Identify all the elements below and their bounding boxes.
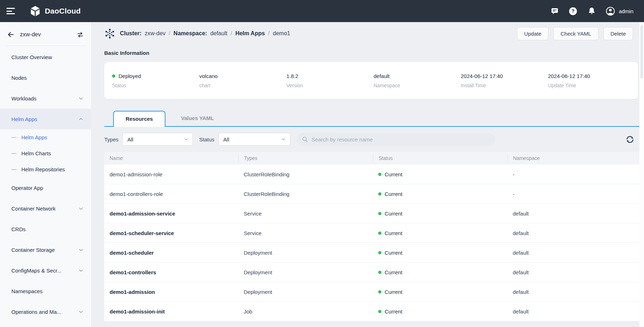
sidebar-item-container-network[interactable]: Container Network xyxy=(0,198,91,219)
sidebar-item-helm-charts[interactable]: Helm Charts xyxy=(0,145,91,161)
sidebar-item-label: Helm Apps xyxy=(21,134,47,140)
question-icon: ? xyxy=(569,7,577,16)
resource-name-link[interactable]: demo1-admission-service xyxy=(110,211,175,217)
chevron-down-icon xyxy=(78,268,84,274)
info-value: 2024-06-12 17:40 xyxy=(461,73,503,79)
info-value: 1.8.2 xyxy=(286,73,298,79)
back-button[interactable] xyxy=(7,31,15,38)
info-label: Namespace xyxy=(374,83,461,88)
help-button[interactable]: ? xyxy=(569,7,577,16)
sidebar-item-namespaces[interactable]: Namespaces xyxy=(0,281,91,301)
sidebar-item-configmaps-secr[interactable]: ConfigMaps & Secr... xyxy=(0,260,91,281)
sidebar-item-nodes[interactable]: Nodes xyxy=(0,67,91,88)
menu-toggle-button[interactable] xyxy=(6,7,16,15)
resource-type: Deployment xyxy=(238,289,373,295)
sidebar-item-helm-apps[interactable]: Helm Apps xyxy=(0,129,91,145)
sidebar-item-label: ConfigMaps & Secr... xyxy=(11,268,62,274)
search-box xyxy=(297,133,495,146)
table-body: demo1-admission-roleClusterRoleBindingCu… xyxy=(104,165,639,321)
sidebar-item-label: Cluster Overview xyxy=(11,54,52,60)
resource-type: ClusterRoleBinding xyxy=(238,191,373,197)
breadcrumb-default[interactable]: default xyxy=(210,30,227,37)
table-header: NameTypesStatusNamespace xyxy=(104,152,639,165)
resource-name-link[interactable]: demo1-scheduler xyxy=(110,250,154,256)
filter-row: Types All Status All xyxy=(104,127,639,152)
resource-name-link[interactable]: demo1-admission-init xyxy=(110,308,165,315)
status-dot-icon xyxy=(378,173,381,176)
status-dot-icon xyxy=(378,232,381,235)
column-header-types: Types xyxy=(238,154,373,162)
messages-button[interactable] xyxy=(550,7,559,16)
resource-type: Service xyxy=(238,230,373,236)
swap-icon xyxy=(76,31,84,38)
tab-label: Values YAML xyxy=(181,115,214,121)
info-field-status: DeployedStatus xyxy=(112,73,199,88)
types-select[interactable]: All xyxy=(122,133,193,146)
breadcrumb-separator: / xyxy=(268,30,269,37)
info-value: default xyxy=(374,73,390,79)
info-field-namespace: defaultNamespace xyxy=(374,73,461,88)
delete-button[interactable]: Delete xyxy=(603,27,633,40)
table-row: demo1-admission-roleClusterRoleBindingCu… xyxy=(104,165,639,184)
search-input[interactable] xyxy=(311,136,490,143)
sidebar-item-workloads[interactable]: Workloads xyxy=(0,88,91,109)
topbar: DaoCloud ? xyxy=(0,0,644,22)
sidebar-item-helm-apps[interactable]: Helm Apps xyxy=(0,109,91,129)
update-button[interactable]: Update xyxy=(517,27,548,40)
resource-name-link[interactable]: demo1-admission xyxy=(110,289,155,295)
sidebar-item-crds[interactable]: CRDs xyxy=(0,219,91,239)
scrollbar-thumb[interactable] xyxy=(640,25,643,78)
sidebar-item-operator-app[interactable]: Operator App xyxy=(0,177,91,198)
resource-name-link[interactable]: demo1-controllers xyxy=(110,269,156,275)
resource-type: Job xyxy=(238,308,373,315)
status-select-value: All xyxy=(223,136,229,142)
sidebar-item-cluster-overview[interactable]: Cluster Overview xyxy=(0,47,91,67)
info-field-install-time: 2024-06-12 17:40Install Time xyxy=(461,73,548,88)
tab-resources[interactable]: Resources xyxy=(113,111,165,127)
table-row: demo1-scheduler-serviceServiceCurrentdef… xyxy=(104,223,639,243)
status-dot-icon xyxy=(112,74,115,78)
resource-status: Current xyxy=(385,211,402,217)
resource-namespace: - xyxy=(507,171,639,177)
refresh-button[interactable] xyxy=(625,135,634,144)
sidebar-item-label: Helm Repositories xyxy=(21,166,65,172)
info-label: Update Time xyxy=(548,83,635,88)
resource-name-link[interactable]: demo1-scheduler-service xyxy=(110,230,174,236)
resource-type: Service xyxy=(238,211,373,217)
user-menu[interactable]: admin xyxy=(606,6,633,16)
check-yaml-button[interactable]: Check YAML xyxy=(553,27,598,40)
resource-status: Current xyxy=(385,308,402,315)
sidebar-item-operations-and-ma[interactable]: Operations and Ma... xyxy=(0,301,91,322)
bell-icon xyxy=(587,7,596,15)
breadcrumb-zxw-dev[interactable]: zxw-dev xyxy=(144,30,165,37)
username-label: admin xyxy=(619,8,633,14)
daocloud-logo-icon xyxy=(29,5,41,17)
info-value: 2024-06-12 17:40 xyxy=(548,73,590,79)
breadcrumb-helm-apps[interactable]: Helm Apps xyxy=(235,30,265,37)
table-row: demo1-admissionDeploymentCurrentdefault xyxy=(104,282,639,302)
resource-type: Deployment xyxy=(238,250,373,256)
brand-name: DaoCloud xyxy=(45,7,81,15)
resource-namespace: default xyxy=(507,269,639,275)
sidebar-cluster-name: zxw-dev xyxy=(20,31,41,38)
sidebar-item-helm-repositories[interactable]: Helm Repositories xyxy=(0,161,91,177)
chevron-down-icon xyxy=(281,136,286,142)
status-filter-label: Status xyxy=(199,136,215,142)
tab-values-yaml[interactable]: Values YAML xyxy=(165,110,230,126)
column-header-namespace: Namespace xyxy=(507,154,639,162)
info-field-update-time: 2024-06-12 17:40Update Time xyxy=(548,73,635,88)
daocloud-brand[interactable]: DaoCloud xyxy=(29,5,81,17)
resource-status: Current xyxy=(385,269,402,275)
status-dot-icon xyxy=(378,271,381,274)
breadcrumb-namespace: Namespace: xyxy=(174,30,207,37)
notifications-button[interactable] xyxy=(587,7,596,16)
switch-cluster-button[interactable] xyxy=(76,31,84,38)
resource-status: Current xyxy=(385,230,402,236)
resource-namespace: default xyxy=(507,289,639,295)
status-select[interactable]: All xyxy=(218,133,290,146)
sidebar-item-container-storage[interactable]: Container Storage xyxy=(0,239,91,260)
sidebar-item-label: CRDs xyxy=(11,226,26,232)
page-scrollbar[interactable] xyxy=(639,22,644,327)
sidebar-item-label: Nodes xyxy=(11,75,27,81)
dash-icon xyxy=(11,137,17,138)
